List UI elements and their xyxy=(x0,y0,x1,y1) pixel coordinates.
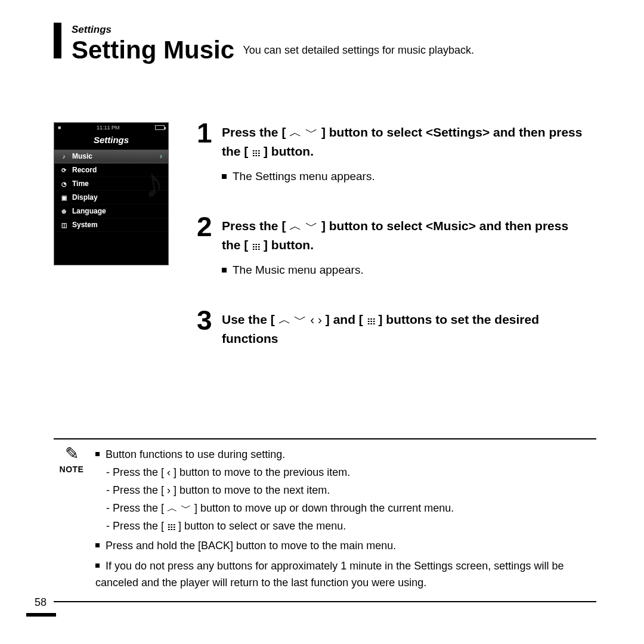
device-item-label: Record xyxy=(72,166,97,174)
device-item-display: ▣ Display xyxy=(54,191,168,205)
device-item-label: Music xyxy=(72,152,92,160)
note-subline: - Press the [ › ] button to move to the … xyxy=(106,482,596,499)
device-menu-list: ♪ Music › ⟳ Record ◔ Time ▣ Display ⊕ La… xyxy=(54,150,168,232)
footer-accent-bar xyxy=(26,613,56,617)
language-icon: ⊕ xyxy=(60,208,67,215)
system-icon: ◫ xyxy=(60,222,67,228)
note-label: NOTE xyxy=(54,463,89,476)
step-title: Press the [ ︿ ﹀ ] button to select <Sett… xyxy=(222,123,590,160)
nav-arrows-icon: ︿ ﹀ ‹ › xyxy=(278,312,323,326)
chevron-right-icon: › xyxy=(160,152,162,160)
battery-icon xyxy=(155,125,165,130)
device-screenshot: ■ 11:11 PM Settings ♪ ♪ Music › ⟳ Record… xyxy=(54,122,169,265)
statusbar-play-icon: ■ xyxy=(58,125,61,131)
bullet-icon xyxy=(222,268,227,273)
grid-icon xyxy=(167,523,175,530)
note-line: Button functions to use during setting. xyxy=(95,447,596,463)
page-number: 58 xyxy=(35,596,47,609)
device-item-music: ♪ Music › xyxy=(54,150,168,163)
note-line: If you do not press any buttons for appr… xyxy=(95,558,596,592)
time-icon: ◔ xyxy=(60,181,67,187)
step-title: Press the [ ︿ ﹀ ] button to select <Musi… xyxy=(222,216,590,254)
up-down-icon: ︿ ﹀ xyxy=(289,219,318,233)
page-content: Settings Setting Music You can set detai… xyxy=(54,24,596,64)
note-content: Button functions to use during setting. … xyxy=(95,447,596,592)
note-subline: - Press the [ ︿ ﹀ ] button to move up or… xyxy=(106,500,596,517)
step-number: 1 xyxy=(197,119,217,183)
note-block: ✎ NOTE Button functions to use during se… xyxy=(54,438,596,602)
device-item-system: ◫ System xyxy=(54,218,168,232)
step-title: Use the [ ︿ ﹀ ‹ › ] and [ ] buttons to s… xyxy=(222,310,590,348)
up-down-icon: ︿ ﹀ xyxy=(289,125,318,139)
grid-icon xyxy=(252,149,260,156)
record-icon: ⟳ xyxy=(60,167,67,174)
grid-icon xyxy=(252,243,260,250)
up-down-icon: ︿ ﹀ xyxy=(167,502,191,514)
step-sub: The Music menu appears. xyxy=(222,264,590,277)
header: Settings Setting Music You can set detai… xyxy=(72,24,596,64)
note-subline: - Press the [ ‹ ] button to move to the … xyxy=(106,465,596,481)
note-subline: - Press the [ ] button to select or save… xyxy=(106,518,596,535)
grid-icon xyxy=(367,317,375,324)
note-line: Press and hold the [BACK] button to move… xyxy=(95,538,596,555)
music-icon: ♪ xyxy=(60,153,67,160)
device-item-time: ◔ Time xyxy=(54,177,168,191)
bullet-icon xyxy=(95,543,100,547)
device-item-label: Language xyxy=(72,207,106,215)
device-statusbar: ■ 11:11 PM xyxy=(54,123,168,131)
note-pencil-icon: ✎ xyxy=(54,445,89,462)
step-number: 3 xyxy=(197,306,217,348)
section-label: Settings xyxy=(72,24,596,36)
step-1: 1 Press the [ ︿ ﹀ ] button to select <Se… xyxy=(197,119,590,183)
device-item-label: System xyxy=(72,221,98,229)
device-item-language: ⊕ Language xyxy=(54,205,168,218)
device-item-label: Time xyxy=(72,179,89,188)
device-item-label: Display xyxy=(72,193,98,202)
display-icon: ▣ xyxy=(60,194,67,201)
step-2: 2 Press the [ ︿ ﹀ ] button to select <Mu… xyxy=(197,213,590,277)
bullet-icon xyxy=(222,174,227,179)
page-title: Setting Music xyxy=(72,36,234,64)
device-item-record: ⟳ Record xyxy=(54,163,168,177)
bullet-icon xyxy=(95,452,100,456)
note-icon-column: ✎ NOTE xyxy=(54,445,89,476)
bullet-icon xyxy=(95,564,100,568)
statusbar-time: 11:11 PM xyxy=(97,125,120,131)
device-screen-title: Settings xyxy=(54,131,168,150)
step-3: 3 Use the [ ︿ ﹀ ‹ › ] and [ ] buttons to… xyxy=(197,306,590,348)
step-sub: The Settings menu appears. xyxy=(222,170,590,183)
page-subtitle: You can set detailed settings for music … xyxy=(243,44,474,56)
step-number: 2 xyxy=(197,213,217,277)
steps: 1 Press the [ ︿ ﹀ ] button to select <Se… xyxy=(197,119,590,377)
